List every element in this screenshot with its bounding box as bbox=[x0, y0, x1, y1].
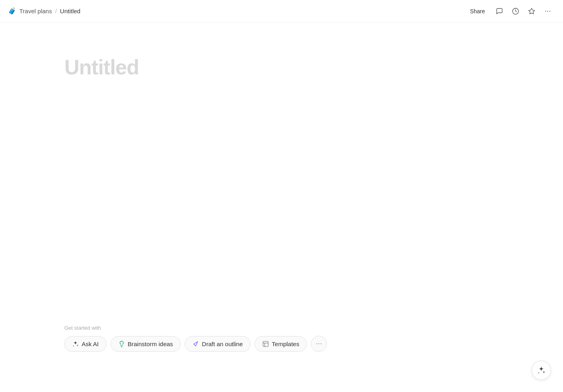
ai-fab-button[interactable] bbox=[532, 361, 551, 380]
more-options-button[interactable] bbox=[540, 4, 555, 18]
bulb-icon bbox=[118, 341, 125, 347]
more-actions-button[interactable] bbox=[311, 336, 327, 352]
svg-point-4 bbox=[549, 10, 550, 11]
share-button[interactable]: Share bbox=[464, 6, 491, 17]
action-buttons: Ask AI Brainstorm ideas bbox=[64, 336, 327, 352]
more-icon bbox=[544, 8, 551, 15]
svg-point-2 bbox=[545, 10, 546, 11]
favorite-button[interactable] bbox=[524, 4, 539, 18]
get-started-label: Get started with bbox=[64, 325, 101, 331]
svg-point-3 bbox=[547, 10, 548, 11]
pencil-icon bbox=[192, 341, 199, 347]
breadcrumb-emoji: 🧳 bbox=[8, 7, 16, 15]
history-icon bbox=[512, 8, 519, 15]
draft-outline-label: Draft an outline bbox=[202, 341, 243, 347]
breadcrumb: 🧳 Travel plans / Untitled bbox=[8, 7, 80, 15]
header: 🧳 Travel plans / Untitled Share bbox=[0, 0, 563, 23]
template-icon bbox=[262, 341, 269, 347]
more-dots-icon bbox=[315, 340, 323, 347]
header-actions: Share bbox=[464, 4, 555, 18]
breadcrumb-parent[interactable]: Travel plans bbox=[19, 8, 52, 14]
draft-outline-button[interactable]: Draft an outline bbox=[185, 336, 251, 352]
breadcrumb-separator: / bbox=[55, 8, 57, 14]
comment-icon bbox=[496, 8, 503, 15]
templates-label: Templates bbox=[272, 341, 299, 347]
breadcrumb-current[interactable]: Untitled bbox=[60, 8, 80, 14]
brainstorm-button[interactable]: Brainstorm ideas bbox=[111, 336, 181, 352]
ai-fab-icon bbox=[537, 366, 546, 375]
comment-button[interactable] bbox=[492, 4, 507, 18]
star-icon bbox=[528, 8, 535, 15]
main-content: Untitled Get started with Ask AI bbox=[0, 23, 563, 392]
ask-ai-button[interactable]: Ask AI bbox=[64, 336, 107, 352]
brainstorm-label: Brainstorm ideas bbox=[128, 341, 173, 347]
svg-rect-10 bbox=[263, 341, 268, 347]
ask-ai-label: Ask AI bbox=[82, 341, 99, 347]
templates-button[interactable]: Templates bbox=[255, 336, 307, 352]
svg-point-13 bbox=[316, 343, 317, 344]
svg-marker-1 bbox=[529, 8, 535, 14]
svg-line-8 bbox=[194, 344, 196, 346]
bottom-toolbar: Get started with Ask AI bbox=[0, 325, 563, 352]
history-button[interactable] bbox=[508, 4, 523, 18]
sparkle-icon bbox=[72, 341, 79, 347]
svg-point-15 bbox=[321, 343, 321, 344]
svg-point-14 bbox=[318, 343, 319, 344]
page-title[interactable]: Untitled bbox=[64, 55, 499, 80]
